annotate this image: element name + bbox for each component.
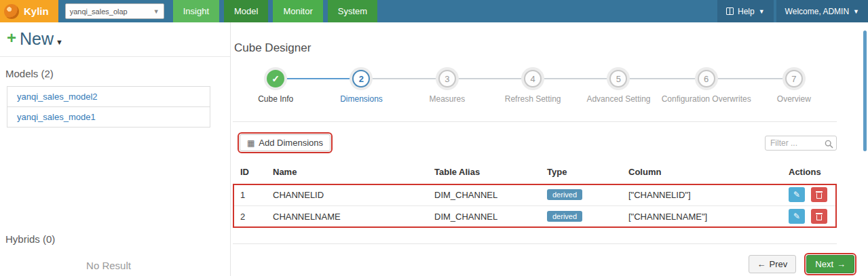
- arrow-right-icon: →: [837, 260, 846, 269]
- model-list-item[interactable]: yanqi_sales_mode1: [7, 107, 210, 127]
- cell-actions: ✎: [781, 205, 837, 227]
- cell-table-alias: DIM_CHANNEL: [427, 184, 540, 205]
- step-overview: 7 Overview: [751, 68, 837, 104]
- main-panel: Cube Designer ✓ Cube Info 2 Dimensions 3…: [231, 22, 868, 276]
- help-book-icon: [726, 7, 734, 15]
- main-menu: Insight Model Monitor System: [173, 0, 377, 22]
- cell-type: derived: [540, 205, 621, 227]
- step-refresh-setting: 4 Refresh Setting: [490, 68, 575, 104]
- arrow-left-icon: ←: [757, 260, 766, 269]
- next-button[interactable]: Next →: [806, 255, 854, 273]
- plus-icon: +: [7, 28, 16, 47]
- cell-id: 1: [233, 184, 265, 205]
- project-select-value: yanqi_sales_olap: [70, 7, 128, 16]
- col-header-table-alias: Table Alias: [427, 161, 540, 184]
- dimensions-toolbar: ▦ Add Dimensions: [233, 134, 837, 151]
- brand-area[interactable]: Kylin: [0, 0, 58, 22]
- delete-button[interactable]: [811, 187, 827, 202]
- pencil-icon: ✎: [793, 190, 800, 199]
- dimensions-table: ID Name Table Alias Type Column Actions …: [233, 161, 837, 228]
- help-label: Help: [738, 7, 755, 16]
- hybrids-empty-text: No Result: [7, 260, 210, 271]
- col-header-name: Name: [265, 161, 427, 184]
- step-cube-info: ✓ Cube Info: [233, 68, 318, 104]
- derived-badge: derived: [547, 211, 582, 222]
- search-icon: [825, 139, 833, 151]
- step-number[interactable]: 7: [785, 70, 803, 87]
- step-configuration-overwrites: 6 Configuration Overwrites: [662, 68, 751, 104]
- chevron-down-icon: ▼: [759, 8, 765, 15]
- cell-name: CHANNELNAME: [265, 205, 427, 227]
- step-check-icon[interactable]: ✓: [267, 70, 284, 87]
- vertical-scrollbar-thumb[interactable]: [863, 31, 867, 151]
- chevron-down-icon: ▼: [153, 8, 159, 15]
- table-row: 2 CHANNELNAME DIM_CHANNEL derived ["CHAN…: [233, 205, 837, 227]
- step-number[interactable]: 5: [609, 70, 627, 87]
- trash-icon: [816, 215, 822, 220]
- nav-item-model[interactable]: Model: [224, 0, 268, 22]
- footer-divider: [233, 243, 837, 244]
- col-header-type: Type: [540, 161, 621, 184]
- hybrids-heading: Hybrids (0): [5, 233, 230, 245]
- filter-box: [765, 136, 837, 151]
- top-navbar: Kylin yanqi_sales_olap ▼ Insight Model M…: [0, 0, 868, 22]
- model-list-item[interactable]: yanqi_sales_model2: [7, 87, 210, 107]
- nav-item-system[interactable]: System: [328, 0, 377, 22]
- edit-button[interactable]: ✎: [789, 187, 805, 202]
- col-header-actions: Actions: [781, 161, 837, 184]
- sidebar: +New▼ Models (2) yanqi_sales_model2 yanq…: [0, 22, 231, 276]
- page-title: Cube Designer: [234, 41, 837, 55]
- step-number[interactable]: 2: [352, 70, 370, 87]
- nav-item-insight[interactable]: Insight: [173, 0, 219, 22]
- prev-button[interactable]: ← Prev: [749, 255, 797, 273]
- models-list: yanqi_sales_model2 yanqi_sales_mode1: [7, 86, 210, 127]
- add-dimensions-button[interactable]: ▦ Add Dimensions: [240, 134, 331, 151]
- step-number[interactable]: 4: [524, 70, 542, 87]
- brand-name: Kylin: [24, 5, 49, 17]
- cell-name: CHANNELID: [265, 184, 427, 205]
- cell-id: 2: [233, 205, 265, 227]
- cell-table-alias: DIM_CHANNEL: [427, 205, 540, 227]
- step-number[interactable]: 6: [698, 70, 715, 87]
- edit-button[interactable]: ✎: [789, 209, 805, 224]
- delete-button[interactable]: [811, 209, 827, 224]
- col-header-id: ID: [233, 161, 265, 184]
- cell-type: derived: [540, 184, 621, 205]
- cell-actions: ✎: [781, 184, 837, 205]
- step-advanced-setting: 5 Advanced Setting: [575, 68, 661, 104]
- nav-item-monitor[interactable]: Monitor: [273, 0, 322, 22]
- models-heading: Models (2): [5, 68, 230, 79]
- dimensions-table-wrap: ID Name Table Alias Type Column Actions …: [233, 161, 837, 228]
- trash-icon: [816, 193, 822, 199]
- step-dimensions: 2 Dimensions: [318, 68, 404, 104]
- chevron-down-icon: ▼: [56, 38, 63, 46]
- wizard-stepper: ✓ Cube Info 2 Dimensions 3 Measures 4 Re…: [233, 68, 837, 104]
- user-menu[interactable]: Welcome, ADMIN ▼: [776, 0, 868, 22]
- welcome-label: Welcome, ADMIN: [785, 7, 849, 16]
- help-menu[interactable]: Help ▼: [717, 0, 774, 22]
- table-row: 1 CHANNELID DIM_CHANNEL derived ["CHANNE…: [233, 184, 837, 205]
- table-header-row: ID Name Table Alias Type Column Actions: [233, 161, 837, 184]
- pencil-icon: ✎: [793, 212, 800, 221]
- new-button-label: New: [20, 29, 54, 48]
- step-number[interactable]: 3: [438, 70, 456, 87]
- stepper-divider: [233, 121, 837, 122]
- step-measures: 3 Measures: [404, 68, 490, 104]
- col-header-column: Column: [621, 161, 781, 184]
- wizard-footer: ← Prev Next →: [233, 255, 854, 273]
- derived-badge: derived: [547, 189, 582, 200]
- new-button[interactable]: +New▼: [0, 22, 230, 57]
- grid-icon: ▦: [247, 139, 254, 147]
- chevron-down-icon: ▼: [853, 8, 859, 15]
- project-select[interactable]: yanqi_sales_olap ▼: [65, 3, 164, 19]
- navbar-right: Help ▼ Welcome, ADMIN ▼: [715, 0, 868, 22]
- cell-column: ["CHANNELID"]: [621, 184, 781, 205]
- kylin-logo-icon: [4, 4, 19, 19]
- cell-column: ["CHANNELNAME"]: [621, 205, 781, 227]
